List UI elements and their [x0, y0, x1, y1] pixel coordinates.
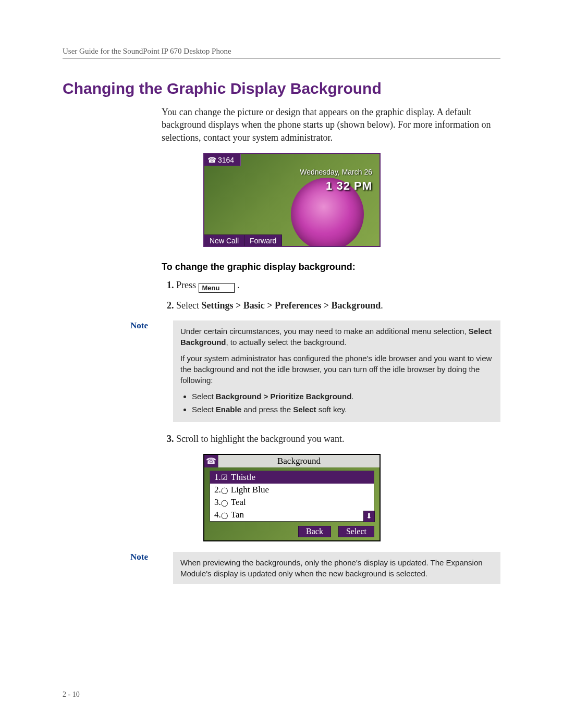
- note1-p1a: Under certain circumstances, you may nee…: [180, 327, 469, 336]
- note-label: Note: [130, 320, 161, 422]
- step2-prefix: Select: [176, 300, 201, 311]
- softkey-bar: New CallForward: [204, 235, 380, 246]
- background-menu-screenshot: ☎ Background 1. Thistle 2. Light Blue 3.: [203, 454, 381, 541]
- body-column: You can change the picture or design tha…: [162, 106, 500, 311]
- step-1: Press Menu .: [176, 280, 500, 293]
- step2-suffix: .: [381, 300, 383, 311]
- note-1: Note Under certain circumstances, you ma…: [63, 320, 500, 422]
- item-num: 2.: [214, 485, 221, 495]
- menu-title: Background: [218, 455, 380, 467]
- list-item: 4. Tan: [210, 509, 374, 521]
- note1-p1: Under certain circumstances, you may nee…: [180, 326, 493, 348]
- header-rule: [63, 58, 500, 59]
- page-title: Changing the Graphic Display Background: [63, 80, 500, 97]
- note-box: When previewing the backgrounds, only th…: [173, 552, 500, 584]
- softkey-select: Select: [338, 526, 374, 537]
- radio-icon: [221, 485, 231, 495]
- n1b2e: soft key.: [316, 405, 347, 414]
- softkey-newcall: New Call: [204, 235, 244, 246]
- n1b1c: .: [351, 392, 353, 401]
- item-label: Tan: [231, 510, 244, 520]
- step-2: Select Settings > Basic > Preferences > …: [176, 300, 500, 311]
- radio-icon: [221, 497, 231, 508]
- radio-icon: [221, 510, 231, 520]
- scroll-down-icon: ⬇: [363, 511, 375, 522]
- body-column-2: Scroll to highlight the background you w…: [162, 434, 500, 541]
- display-time: 1 32 PM: [326, 179, 372, 193]
- checked-icon: [221, 472, 231, 483]
- step2-path: Settings > Basic > Preferences > Backgro…: [201, 300, 381, 311]
- note1-bullets: Select Background > Prioritize Backgroun…: [180, 391, 493, 415]
- menu-header: ☎ Background: [204, 455, 380, 467]
- note-2: Note When previewing the backgrounds, on…: [63, 552, 500, 584]
- note1-bullet-2: Select Enable and press the Select soft …: [192, 404, 493, 415]
- n1b1a: Select: [192, 392, 216, 401]
- page-number: 2 - 10: [63, 690, 80, 699]
- softkey-forward: Forward: [244, 235, 282, 246]
- item-label: Teal: [231, 497, 246, 508]
- phone-handset-icon: ☎: [204, 455, 218, 467]
- note1-p1c: , to actually select the background.: [226, 338, 347, 347]
- menu-button-icon: Menu: [199, 283, 235, 293]
- softkey-back: Back: [298, 526, 331, 537]
- intro-paragraph: You can change the picture or design tha…: [162, 106, 500, 144]
- step1-suffix: .: [237, 280, 240, 290]
- step-3: Scroll to highlight the background you w…: [176, 434, 500, 445]
- softkey-bar-2: Back Select: [204, 522, 380, 540]
- item-num: 4.: [214, 510, 221, 520]
- note2-text: When previewing the backgrounds, only th…: [180, 557, 493, 579]
- display-date: Wednesday, March 26: [300, 168, 372, 176]
- item-label: Light Blue: [231, 485, 269, 495]
- list-item: 2. Light Blue: [210, 484, 374, 496]
- steps-list-cont: Scroll to highlight the background you w…: [162, 434, 500, 445]
- note-label: Note: [130, 552, 161, 584]
- n1b1b: Background > Prioritize Background: [216, 392, 351, 401]
- list-item: 3. Teal: [210, 496, 374, 509]
- extension-badge: 3164: [204, 154, 241, 166]
- running-header: User Guide for the SoundPoint IP 670 Des…: [63, 47, 500, 56]
- n1b2a: Select: [192, 405, 216, 414]
- phone-display-screenshot: 3164 Wednesday, March 26 1 32 PM New Cal…: [203, 153, 381, 247]
- page: User Guide for the SoundPoint IP 670 Des…: [0, 0, 563, 728]
- n1b2c: and press the: [241, 405, 293, 414]
- list-item: 1. Thistle: [210, 471, 374, 484]
- item-num: 1.: [214, 472, 221, 483]
- note-box: Under certain circumstances, you may nee…: [173, 320, 500, 422]
- background-list: 1. Thistle 2. Light Blue 3. Teal 4.: [210, 471, 374, 522]
- steps-list: Press Menu . Select Settings > Basic > P…: [162, 280, 500, 311]
- step1-press: Press: [176, 280, 199, 290]
- note1-bullet-1: Select Background > Prioritize Backgroun…: [192, 391, 493, 402]
- n1b2b: Enable: [216, 405, 241, 414]
- note1-p2: If your system administrator has configu…: [180, 353, 493, 386]
- item-num: 3.: [214, 497, 221, 508]
- n1b2d: Select: [293, 405, 316, 414]
- item-label: Thistle: [231, 472, 255, 483]
- procedure-heading: To change the graphic display background…: [162, 262, 500, 273]
